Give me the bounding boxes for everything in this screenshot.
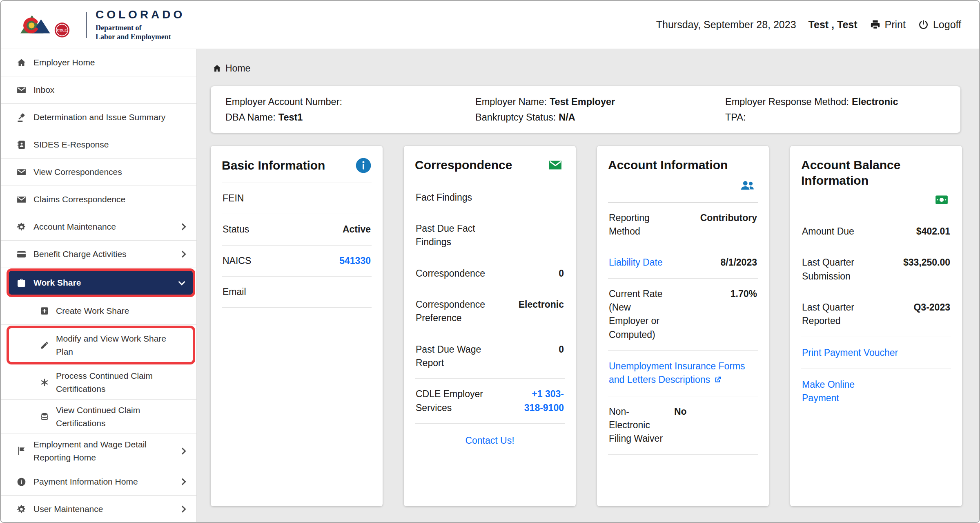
envelope-icon: [16, 194, 27, 205]
chevron-right-icon: [179, 447, 186, 454]
email-row: Email: [222, 277, 372, 308]
pencil-icon: [40, 341, 49, 350]
employer-name-label: Employer Name:: [475, 96, 547, 107]
bankruptcy-status-value: N/A: [559, 112, 575, 123]
address-book-icon: [16, 140, 27, 150]
logo-divider: [86, 12, 87, 38]
naics-link[interactable]: 541330: [339, 254, 371, 268]
print-label: Print: [885, 19, 906, 31]
non-electronic-filing-waiver-row: Non-Electronic Filing Waiver No: [608, 396, 758, 455]
envelope-icon: [16, 167, 27, 177]
sidebar-item-employment-wage-detail-reporting-home[interactable]: Employment and Wage Detail Reporting Hom…: [1, 434, 196, 468]
past-due-fact-findings-row: Past Due Fact Findings: [415, 213, 565, 258]
sidebar-item-inbox[interactable]: Inbox: [1, 76, 196, 104]
gears-icon: [16, 222, 27, 232]
print-button[interactable]: Print: [870, 19, 906, 31]
fact-findings-row: Fact Findings: [415, 182, 565, 213]
sidebar-item-work-share[interactable]: Work Share: [7, 268, 195, 297]
sidebar-item-view-correspondences[interactable]: View Correspondences: [1, 159, 196, 186]
asterisk-icon: [40, 378, 49, 387]
sidebar-item-account-maintenance[interactable]: Account Maintenance: [1, 213, 196, 241]
bankruptcy-status-label: Bankruptcy Status:: [475, 112, 556, 123]
logoff-label: Logoff: [933, 19, 961, 31]
employer-summary-bar: Employer Account Number: DBA Name:Test1 …: [211, 86, 960, 133]
header-date: Thursday, September 28, 2023: [656, 19, 796, 31]
last-quarter-reported-row: Last Quarter Reported Q3-2023: [801, 292, 951, 337]
fein-label: FEIN: [223, 192, 366, 205]
account-balance-title: Account Balance Information: [801, 157, 951, 188]
fein-row: FEIN: [222, 183, 372, 214]
sidebar-nav: Employer Home Inbox Determination and Is…: [1, 49, 197, 522]
correspondence-title: Correspondence: [415, 157, 512, 173]
gavel-icon: [16, 112, 27, 123]
envelope-icon: [546, 158, 565, 172]
power-icon: [918, 19, 929, 30]
employer-summary-col3: Employer Response Method:Electronic TPA:: [710, 94, 960, 125]
chevron-down-icon: [178, 279, 185, 286]
sidebar-item-payment-information-home[interactable]: Payment Information Home: [1, 468, 196, 496]
cdle-phone-link[interactable]: +1 303-318-9100: [517, 387, 564, 415]
print-icon: [870, 19, 881, 30]
database-icon: [40, 412, 49, 421]
sidebar-item-employer-home[interactable]: Employer Home: [1, 49, 196, 76]
header: CDLE COLORADO Department of Labor and Em…: [1, 1, 979, 49]
past-due-wage-report-row: Past Due Wage Report 0: [415, 334, 565, 379]
contact-us-link[interactable]: Contact Us!: [465, 435, 514, 446]
sidebar-item-create-work-share[interactable]: Create Work Share: [1, 297, 196, 325]
home-icon: [16, 58, 27, 68]
account-information-card: Account Information Reporting Method Con…: [597, 146, 769, 506]
breadcrumb-home[interactable]: Home: [212, 63, 250, 74]
header-username: Test , Test: [808, 19, 858, 31]
sidebar-item-benefit-charge-activities[interactable]: Benefit Charge Activities: [1, 241, 196, 268]
reporting-method-row: Reporting Method Contributory: [608, 203, 758, 248]
sidebar-item-process-continued-claim-certifications[interactable]: Process Continued Claim Certifications: [1, 365, 196, 400]
chevron-right-icon: [179, 506, 186, 513]
sidebar-item-modify-view-work-share-plan[interactable]: Modify and View Work Share Plan: [7, 326, 195, 364]
dept-line2: Labor and Employment: [96, 32, 185, 41]
logoff-button[interactable]: Logoff: [918, 19, 961, 31]
liability-date-link[interactable]: Liability Date: [609, 256, 669, 269]
ui-forms-link-row: Unemployment Insurance Forms and Letters…: [608, 351, 758, 396]
response-method-value: Electronic: [852, 96, 898, 107]
response-method-label: Employer Response Method:: [725, 96, 849, 107]
correspondence-card: Correspondence Fact Findings Past Due Fa…: [404, 146, 576, 506]
plus-square-icon: [40, 306, 49, 315]
info-circle-icon[interactable]: [355, 157, 372, 174]
breadcrumb-label: Home: [225, 63, 250, 74]
tpa-label: TPA:: [725, 112, 746, 123]
current-rate-row: Current Rate (New Employer or Computed) …: [608, 279, 758, 351]
money-bill-icon: [932, 193, 951, 207]
sidebar-item-view-continued-claim-certifications[interactable]: View Continued Claim Certifications: [1, 400, 196, 434]
sidebar-item-determination-issue-summary[interactable]: Determination and Issue Summary: [1, 104, 196, 131]
briefcase-icon: [16, 278, 27, 288]
dba-name-value: Test1: [278, 112, 303, 123]
employer-name-value: Test Employer: [550, 96, 615, 107]
account-information-title: Account Information: [608, 157, 728, 173]
dept-line1: Department of: [96, 23, 185, 32]
basic-information-card: Basic Information FEIN Status Active NAI…: [211, 146, 383, 506]
logo-text: COLORADO Department of Labor and Employm…: [96, 8, 185, 41]
make-online-payment-link[interactable]: Make Online Payment: [802, 378, 867, 405]
print-payment-voucher-link[interactable]: Print Payment Voucher: [802, 347, 898, 358]
logo-block: CDLE COLORADO Department of Labor and Em…: [20, 8, 185, 41]
correspondence-preference-row: Correspondence Preference Electronic: [415, 289, 565, 334]
email-label: Email: [223, 285, 366, 299]
credit-card-icon: [16, 249, 27, 259]
brand-name: COLORADO: [96, 8, 185, 21]
info-circle-icon: [16, 477, 27, 487]
correspondence-count-row: Correspondence 0: [415, 258, 565, 289]
liability-date-row: Liability Date 8/1/2023: [608, 247, 758, 278]
make-online-payment-row: Make Online Payment: [801, 369, 951, 414]
dba-name-label: DBA Name:: [225, 112, 276, 123]
ui-forms-link[interactable]: Unemployment Insurance Forms and Letters…: [609, 361, 745, 385]
status-value: Active: [343, 223, 371, 236]
sidebar-item-user-maintenance[interactable]: User Maintenance: [1, 496, 196, 522]
sidebar-item-sides-e-response[interactable]: SIDES E-Response: [1, 131, 196, 159]
cdle-employer-services-row: CDLE Employer Services +1 303-318-9100: [415, 379, 565, 424]
cdle-badge-text: CDLE: [57, 29, 67, 33]
external-link-icon: [713, 374, 722, 383]
sidebar-item-claims-correspondence[interactable]: Claims Correspondence: [1, 186, 196, 213]
status-row: Status Active: [222, 214, 372, 245]
basic-information-title: Basic Information: [222, 158, 325, 173]
employer-summary-col2: Employer Name:Test Employer Bankruptcy S…: [461, 94, 710, 125]
